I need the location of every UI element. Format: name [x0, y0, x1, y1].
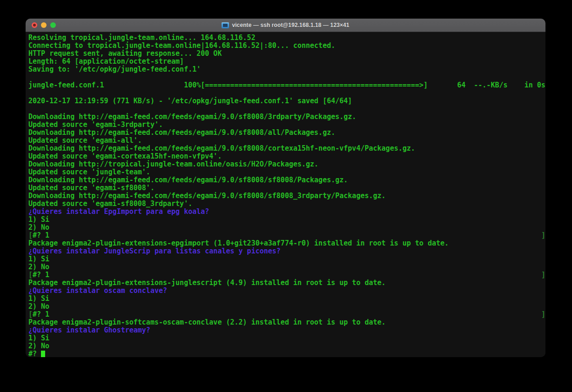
output-text: 1) Si [28, 334, 49, 342]
output-text: 1) Si [28, 216, 49, 224]
output-text: 2) No [28, 263, 49, 271]
terminal-line: #? [28, 350, 545, 357]
terminal-line: Downloading http://egami-feed.com/feeds/… [28, 176, 545, 184]
terminal-line: Package enigma2-plugin-extensions-epgimp… [28, 239, 545, 247]
terminal-line: jungle-feed.conf.1 100%[================… [28, 81, 545, 89]
dim-left-bracket: [ [28, 232, 33, 239]
output-text: HTTP request sent, awaiting response... … [28, 50, 222, 58]
output-text: 1) Si [28, 255, 49, 263]
prompt-text: #? 1 [33, 232, 49, 239]
output-text: Connecting to tropical.jungle-team.onlin… [28, 42, 335, 50]
output-text [28, 89, 33, 97]
terminal-line: Saving to: '/etc/opkg/jungle-feed.conf.1… [28, 66, 545, 73]
terminal-line: 2) No [28, 263, 545, 271]
prompt-text: #? 1 [33, 311, 49, 319]
terminal-line: 2020-12-17 12:19:59 (771 KB/s) - '/etc/o… [28, 97, 545, 105]
terminal-line [28, 105, 545, 113]
output-text: Updated source 'jungle-team'. [28, 168, 150, 176]
question-text: ¿Quieres instalar oscam conclave? [28, 287, 167, 295]
output-text: Downloading http://egami-feed.com/feeds/… [28, 113, 356, 121]
terminal-line: Downloading http://tropical.jungle-team.… [28, 160, 545, 168]
dim-right-bracket: ] [541, 311, 545, 319]
terminal-line: Updated source 'egami-sf8008'. [28, 184, 545, 192]
folder-icon [222, 22, 229, 28]
terminal-line [28, 89, 545, 97]
title-group: vicente — ssh root@192.168.1.18 — 123×41 [222, 22, 349, 28]
output-text: 2) No [28, 342, 49, 350]
output-text: Length: 64 [application/octet-stream] [28, 58, 184, 66]
output-text: Updated source 'egami-all'. [28, 137, 142, 145]
terminal-line: Resolving tropical.jungle-team.online...… [28, 34, 545, 42]
minimize-button[interactable] [41, 22, 47, 28]
prompt-text: #? 1 [33, 271, 49, 279]
output-text: Resolving tropical.jungle-team.online...… [28, 34, 256, 42]
traffic-lights [32, 19, 56, 32]
terminal-screen[interactable]: Resolving tropical.jungle-team.online...… [26, 32, 545, 357]
output-text: Downloading http://egami-feed.com/feeds/… [28, 129, 335, 137]
terminal-line: 1) Si [28, 255, 545, 263]
terminal-line: Length: 64 [application/octet-stream] [28, 58, 545, 66]
output-text: Package enigma2-plugin-softcams-oscam-co… [28, 319, 386, 326]
output-text: Downloading http://egami-feed.com/feeds/… [28, 145, 415, 153]
terminal-line: Updated source 'egami-3rdparty'. [28, 121, 545, 129]
output-text: Downloading http://tropical.jungle-team.… [28, 160, 318, 168]
terminal-line: ¿Quieres instalar Ghostreamy? [28, 326, 545, 334]
output-text: 2) No [28, 303, 49, 311]
close-button[interactable] [32, 22, 37, 28]
question-text: ¿Quieres instalar JungleScrip para lista… [28, 247, 281, 255]
question-text: ¿Quieres instalar EpgImport para epg koa… [28, 208, 209, 216]
output-text: jungle-feed.conf.1 100%[================… [28, 81, 545, 89]
output-text: Package enigma2-plugin-extensions-epgimp… [28, 239, 449, 247]
output-text: Downloading http://egami-feed.com/feeds/… [28, 176, 348, 184]
terminal-line: ¿Quieres instalar EpgImport para epg koa… [28, 208, 545, 216]
terminal-line: 1) Si [28, 216, 545, 224]
dim-left-bracket: [ [28, 311, 33, 319]
terminal-line: Downloading http://egami-feed.com/feeds/… [28, 145, 545, 153]
terminal-line: 1) Si [28, 295, 545, 303]
terminal-line: Updated source 'egami-cortexa15hf-neon-v… [28, 153, 545, 160]
output-text [28, 73, 33, 81]
output-text: Downloading http://egami-feed.com/feeds/… [28, 192, 386, 200]
terminal-line: 1) Si [28, 334, 545, 342]
output-text: 1) Si [28, 295, 49, 303]
terminal-line: 2) No [28, 224, 545, 232]
question-text: ¿Quieres instalar Ghostreamy? [28, 326, 150, 334]
terminal-line: [#? 1] [28, 232, 545, 239]
output-text: Updated source 'egami-cortexa15hf-neon-v… [28, 153, 222, 160]
terminal-line: Updated source 'egami-all'. [28, 137, 545, 145]
output-text: Updated source 'egami-sf8008_3rdparty'. [28, 200, 192, 208]
dim-right-bracket: ] [541, 271, 545, 279]
output-text: Package enigma2-plugin-extensions-jungle… [28, 279, 386, 287]
output-text: 2) No [28, 224, 49, 232]
titlebar[interactable]: vicente — ssh root@192.168.1.18 — 123×41 [26, 19, 545, 32]
terminal-line: 2) No [28, 303, 545, 311]
output-text: Updated source 'egami-3rdparty'. [28, 121, 163, 129]
dim-left-bracket: [ [28, 271, 33, 279]
terminal-line: Updated source 'egami-sf8008_3rdparty'. [28, 200, 545, 208]
output-text: Saving to: '/etc/opkg/jungle-feed.conf.1… [28, 66, 201, 73]
output-text: Updated source 'egami-sf8008'. [28, 184, 155, 192]
window-title: vicente — ssh root@192.168.1.18 — 123×41 [232, 22, 349, 28]
block-cursor [41, 351, 45, 357]
terminal-line: Downloading http://egami-feed.com/feeds/… [28, 129, 545, 137]
terminal-line: HTTP request sent, awaiting response... … [28, 50, 545, 58]
output-text: 2020-12-17 12:19:59 (771 KB/s) - '/etc/o… [28, 97, 352, 105]
output-text [28, 105, 33, 113]
terminal-line: Updated source 'jungle-team'. [28, 168, 545, 176]
terminal-line: ¿Quieres instalar oscam conclave? [28, 287, 545, 295]
terminal-window: vicente — ssh root@192.168.1.18 — 123×41… [26, 19, 545, 357]
terminal-line: Package enigma2-plugin-softcams-oscam-co… [28, 319, 545, 326]
terminal-line: Downloading http://egami-feed.com/feeds/… [28, 113, 545, 121]
terminal-line: ¿Quieres instalar JungleScrip para lista… [28, 247, 545, 255]
prompt-text: #? [28, 350, 41, 357]
dim-right-bracket: ] [541, 232, 545, 239]
terminal-line: Connecting to tropical.jungle-team.onlin… [28, 42, 545, 50]
terminal-line: [#? 1] [28, 311, 545, 319]
terminal-line: Downloading http://egami-feed.com/feeds/… [28, 192, 545, 200]
terminal-line: [#? 1] [28, 271, 545, 279]
terminal-line: 2) No [28, 342, 545, 350]
terminal-line [28, 73, 545, 81]
zoom-button[interactable] [50, 22, 56, 28]
terminal-line: Package enigma2-plugin-extensions-jungle… [28, 279, 545, 287]
